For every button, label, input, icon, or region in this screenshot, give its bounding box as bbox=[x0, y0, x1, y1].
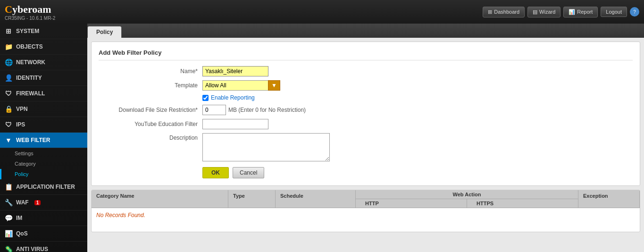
sidebar-item-network[interactable]: 🌐 NETWORK bbox=[0, 55, 87, 70]
logo-area: Cyberoam CR35ING - 10.6.1 MR-2 bbox=[5, 3, 55, 21]
logo: Cyberoam bbox=[5, 3, 51, 16]
objects-icon: 📁 bbox=[5, 43, 12, 50]
template-select[interactable]: Allow All Block All Custom bbox=[202, 80, 268, 91]
im-icon: 💬 bbox=[5, 214, 12, 222]
th-schedule: Schedule bbox=[276, 190, 356, 208]
antivirus-icon: 🦠 bbox=[5, 245, 12, 252]
template-select-wrap: Allow All Block All Custom ▼ bbox=[202, 80, 280, 91]
identity-icon: 👤 bbox=[5, 74, 12, 82]
description-row: Description bbox=[99, 133, 633, 161]
template-label: Template bbox=[99, 82, 202, 89]
form-panel: Add Web Filter Policy Name* Template bbox=[91, 42, 640, 186]
table-header: Category Name Type Schedule Web Action H… bbox=[92, 190, 640, 208]
logout-button[interactable]: Logout bbox=[601, 7, 627, 17]
qos-icon: 📊 bbox=[5, 230, 12, 237]
name-input[interactable] bbox=[202, 66, 268, 76]
size-row: MB (Enter 0 for No Restriction) bbox=[202, 105, 306, 115]
th-type: Type bbox=[228, 190, 276, 208]
panel-title: Add Web Filter Policy bbox=[99, 49, 633, 60]
table-panel: Category Name Type Schedule Web Action H… bbox=[91, 190, 640, 232]
appfilter-icon: 📋 bbox=[5, 183, 12, 191]
name-row: Name* bbox=[99, 66, 633, 76]
sidebar-item-objects[interactable]: 📁 OBJECTS bbox=[0, 39, 87, 55]
dashboard-button[interactable]: ⊞ Dashboard bbox=[483, 7, 525, 17]
youtube-row: YouTube Education Filter bbox=[99, 119, 633, 129]
main-layout: ⊞ SYSTEM 📁 OBJECTS 🌐 NETWORK 👤 IDENTITY … bbox=[0, 24, 644, 252]
download-size-input[interactable] bbox=[202, 105, 226, 115]
sidebar-item-appfilter[interactable]: 📋 APPLICATION FILTER bbox=[0, 179, 87, 195]
th-web-action-title: Web Action bbox=[356, 190, 578, 199]
help-icon[interactable]: ? bbox=[630, 7, 639, 17]
sidebar-item-vpn[interactable]: 🔒 VPN bbox=[0, 101, 87, 117]
waf-icon: 🔧 bbox=[5, 199, 12, 206]
sidebar-sub-category[interactable]: Category bbox=[0, 159, 87, 169]
th-http: HTTP bbox=[356, 199, 467, 208]
version-label: CR35ING - 10.6.1 MR-2 bbox=[5, 16, 55, 21]
tab-policy[interactable]: Policy bbox=[87, 26, 122, 38]
youtube-label: YouTube Education Filter bbox=[99, 121, 202, 127]
th-exception: Exception bbox=[578, 190, 640, 208]
template-dropdown-button[interactable]: ▼ bbox=[268, 80, 280, 91]
wizard-button[interactable]: ▤ Wizard bbox=[527, 7, 560, 17]
report-icon: 📊 bbox=[569, 9, 575, 15]
ok-button[interactable]: OK bbox=[202, 167, 229, 178]
dashboard-icon: ⊞ bbox=[488, 9, 492, 15]
size-hint: MB (Enter 0 for No Restriction) bbox=[228, 107, 306, 113]
sidebar-item-ips[interactable]: 🛡 IPS bbox=[0, 117, 87, 133]
table-body: No Records Found. bbox=[92, 208, 640, 232]
ips-icon: 🛡 bbox=[5, 121, 12, 128]
youtube-input[interactable] bbox=[202, 119, 268, 129]
template-row: Template Allow All Block All Custom ▼ bbox=[99, 80, 633, 91]
enable-reporting-checkbox[interactable] bbox=[202, 95, 209, 101]
th-web-action-group: Web Action HTTP HTTPS bbox=[356, 190, 578, 208]
tab-bar: Policy bbox=[87, 24, 644, 38]
report-button[interactable]: 📊 Report bbox=[563, 7, 598, 17]
wizard-icon: ▤ bbox=[533, 9, 537, 15]
sidebar-item-identity[interactable]: 👤 IDENTITY bbox=[0, 70, 87, 86]
right-side: Policy Add Web Filter Policy Name* Templ… bbox=[87, 24, 644, 252]
download-size-row: Download File Size Restriction* MB (Ente… bbox=[99, 105, 633, 115]
sidebar: ⊞ SYSTEM 📁 OBJECTS 🌐 NETWORK 👤 IDENTITY … bbox=[0, 24, 87, 252]
th-https: HTTPS bbox=[467, 199, 578, 208]
network-icon: 🌐 bbox=[5, 59, 12, 66]
name-label: Name* bbox=[99, 68, 202, 75]
webfilter-icon: ▼ bbox=[5, 136, 12, 144]
content-area: Add Web Filter Policy Name* Template bbox=[87, 38, 644, 252]
th-web-action-subs: HTTP HTTPS bbox=[356, 199, 578, 208]
vpn-icon: 🔒 bbox=[5, 105, 12, 113]
th-category-name: Category Name bbox=[92, 190, 228, 208]
top-actions: ⊞ Dashboard ▤ Wizard 📊 Report Logout ? bbox=[483, 7, 639, 17]
waf-badge: 1 bbox=[34, 200, 41, 205]
sidebar-item-firewall[interactable]: 🛡 FIREWALL bbox=[0, 86, 87, 101]
enable-reporting-row: Enable Reporting bbox=[202, 94, 633, 101]
sidebar-item-qos[interactable]: 📊 QoS bbox=[0, 226, 87, 242]
sidebar-item-im[interactable]: 💬 IM bbox=[0, 210, 87, 226]
top-bar: Cyberoam CR35ING - 10.6.1 MR-2 ⊞ Dashboa… bbox=[0, 0, 644, 24]
sidebar-item-webfilter[interactable]: ▼ WEB FILTER bbox=[0, 133, 87, 148]
cancel-button[interactable]: Cancel bbox=[233, 167, 264, 178]
sidebar-sub-settings[interactable]: Settings bbox=[0, 148, 87, 159]
description-textarea[interactable] bbox=[202, 133, 330, 161]
sidebar-item-antivirus[interactable]: 🦠 ANTI VIRUS bbox=[0, 242, 87, 252]
enable-reporting-label[interactable]: Enable Reporting bbox=[211, 94, 255, 101]
sidebar-sub-policy[interactable]: Policy bbox=[0, 169, 87, 179]
system-icon: ⊞ bbox=[5, 27, 12, 35]
firewall-icon: 🛡 bbox=[5, 90, 12, 97]
no-records-label: No Records Found. bbox=[96, 212, 635, 218]
form-buttons: OK Cancel bbox=[202, 167, 633, 178]
description-label: Description bbox=[99, 133, 202, 141]
download-size-label: Download File Size Restriction* bbox=[99, 107, 202, 113]
sidebar-item-waf[interactable]: 🔧 WAF 1 bbox=[0, 195, 87, 210]
sidebar-item-system[interactable]: ⊞ SYSTEM bbox=[0, 24, 87, 39]
